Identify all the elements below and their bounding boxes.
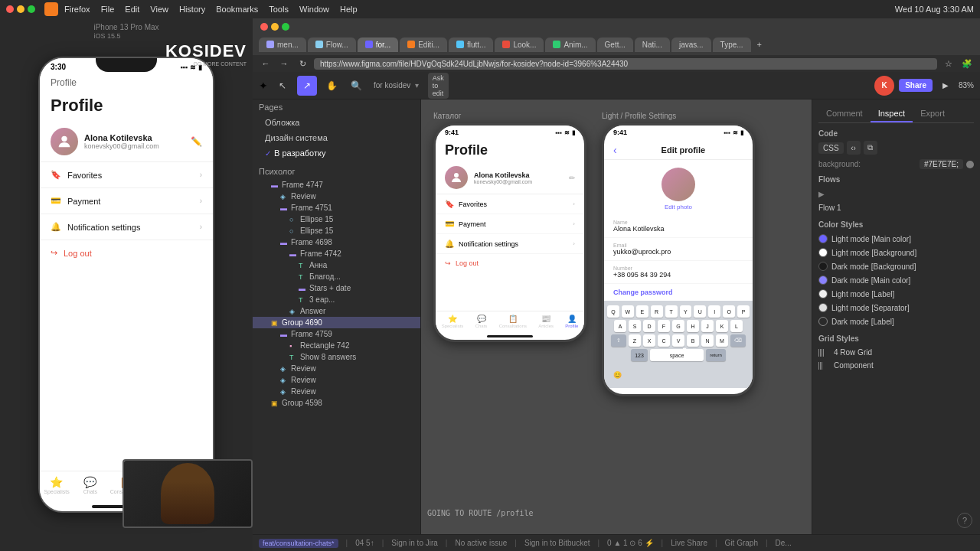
layer-show-8-answers[interactable]: T Show 8 answers bbox=[253, 351, 420, 363]
key-shift[interactable]: ⇧ bbox=[611, 334, 626, 347]
key-g[interactable]: G bbox=[672, 320, 684, 332]
key-123[interactable]: 123 bbox=[631, 349, 648, 361]
key-o[interactable]: O bbox=[723, 305, 735, 318]
key-x[interactable]: X bbox=[643, 334, 655, 347]
layer-group-4690[interactable]: ▣ Group 4690 bbox=[253, 317, 420, 328]
key-b[interactable]: B bbox=[687, 334, 699, 347]
key-h[interactable]: H bbox=[687, 320, 699, 332]
url-bar[interactable]: https://www.figma.com/file/HDVgOqSdk24Ud… bbox=[314, 58, 937, 70]
key-backspace[interactable]: ⌫ bbox=[730, 334, 746, 347]
css-lang-btn[interactable]: CSS bbox=[818, 142, 844, 154]
browser-tab-nati[interactable]: Nati... bbox=[635, 37, 670, 52]
change-password-btn[interactable]: Change password bbox=[604, 284, 753, 301]
code-view-btn[interactable]: ‹› bbox=[847, 141, 861, 155]
figma-canvas[interactable]: Каталог 9:41 ▪▪▪ ≋ ▮ Profile bbox=[421, 99, 812, 534]
ask-to-edit-btn[interactable]: Ask to edit bbox=[428, 76, 448, 96]
layer-answer[interactable]: ◈ Answer bbox=[253, 305, 420, 317]
key-e[interactable]: E bbox=[636, 305, 648, 318]
back-icon[interactable]: ‹ bbox=[613, 144, 617, 156]
layer-blagod[interactable]: T Благод... bbox=[253, 271, 420, 282]
play-button[interactable]: ▶ bbox=[937, 77, 954, 94]
menu-tools[interactable]: Tools bbox=[269, 5, 289, 14]
layer-review-1[interactable]: ◈ Review bbox=[253, 191, 420, 202]
page-oblozhka[interactable]: Обложка bbox=[253, 115, 420, 130]
key-l[interactable]: L bbox=[730, 320, 743, 332]
cursor-tool-btn[interactable]: ↗ bbox=[297, 76, 317, 96]
menu-firefox[interactable]: Firefox bbox=[64, 5, 90, 14]
layer-frame-4742[interactable]: ▬ Frame 4742 bbox=[253, 248, 420, 259]
layer-3ear[interactable]: T 3 еар... bbox=[253, 294, 420, 305]
menu-file[interactable]: File bbox=[101, 5, 115, 14]
page-dizain[interactable]: Дизайн система bbox=[253, 130, 420, 145]
browser-tab-flow[interactable]: Flow... bbox=[308, 37, 356, 52]
user-avatar-btn[interactable]: K bbox=[874, 76, 894, 96]
phone-menu-notifications[interactable]: 🔔 Notification settings › bbox=[40, 214, 213, 240]
phone-nav-specialists[interactable]: ⭐ Specialists bbox=[43, 476, 70, 494]
key-q[interactable]: Q bbox=[607, 305, 619, 318]
status-bitbucket[interactable]: Sign in to Bitbucket bbox=[524, 539, 590, 547]
menu-bookmarks[interactable]: Bookmarks bbox=[216, 5, 258, 14]
menu-edit[interactable]: Edit bbox=[125, 5, 139, 14]
key-u[interactable]: U bbox=[694, 305, 706, 318]
status-live-share[interactable]: Live Share bbox=[671, 539, 707, 547]
help-button[interactable]: ? bbox=[957, 513, 972, 528]
layer-review-4[interactable]: ◈ Review bbox=[253, 386, 420, 397]
status-jira[interactable]: Sign in to Jira bbox=[391, 539, 438, 547]
phone-nav-chats[interactable]: 💬 Chats bbox=[77, 476, 104, 494]
key-y[interactable]: Y bbox=[680, 305, 692, 318]
max-dot[interactable] bbox=[28, 5, 35, 13]
key-n[interactable]: N bbox=[701, 334, 714, 347]
key-i[interactable]: I bbox=[708, 305, 720, 318]
flows-expand-icon[interactable]: ▶ bbox=[818, 190, 825, 198]
edit-photo-label[interactable]: Edit photo bbox=[665, 204, 692, 210]
window-controls[interactable] bbox=[6, 5, 35, 13]
emoji-icon[interactable]: 😊 bbox=[613, 371, 622, 379]
reload-button[interactable]: ↻ bbox=[296, 57, 309, 70]
browser-window-controls[interactable] bbox=[260, 23, 289, 31]
key-k[interactable]: K bbox=[716, 320, 728, 332]
key-c[interactable]: C bbox=[658, 334, 670, 347]
bookmark-button[interactable]: ☆ bbox=[942, 57, 956, 70]
menu-history[interactable]: History bbox=[179, 5, 205, 14]
extensions-button[interactable]: 🧩 bbox=[960, 57, 974, 70]
close-dot[interactable] bbox=[6, 5, 14, 13]
browser-tab-type[interactable]: Type... bbox=[713, 37, 751, 52]
os-menu-bar[interactable]: Firefox File Edit View History Bookmarks… bbox=[64, 5, 358, 14]
browser-tab-javas[interactable]: javas... bbox=[671, 37, 711, 52]
browser-tab-look[interactable]: Look... bbox=[495, 37, 544, 52]
key-v[interactable]: V bbox=[672, 334, 684, 347]
browser-tab-anim[interactable]: Anim... bbox=[545, 37, 595, 52]
layer-group-4598[interactable]: ▣ Group 4598 bbox=[253, 397, 420, 409]
layer-rect-742[interactable]: ▪ Rectangle 742 bbox=[253, 340, 420, 351]
menu-view[interactable]: View bbox=[150, 5, 168, 14]
key-space[interactable]: space bbox=[650, 349, 704, 361]
copy-code-btn[interactable]: ⧉ bbox=[864, 141, 877, 155]
key-p[interactable]: P bbox=[737, 305, 750, 318]
layer-ellipse-15-b[interactable]: ○ Ellipse 15 bbox=[253, 225, 420, 236]
menu-window[interactable]: Window bbox=[299, 5, 329, 14]
browser-min-dot[interactable] bbox=[271, 23, 279, 31]
forward-button[interactable]: → bbox=[277, 57, 291, 70]
tab-comment[interactable]: Comment bbox=[818, 106, 871, 122]
layer-ellipse-15-a[interactable]: ○ Ellipse 15 bbox=[253, 214, 420, 225]
back-button[interactable]: ← bbox=[259, 57, 273, 70]
min-dot[interactable] bbox=[17, 5, 24, 13]
key-j[interactable]: J bbox=[701, 320, 714, 332]
status-git-graph[interactable]: Git Graph bbox=[725, 539, 758, 547]
edit-icon[interactable]: ✏️ bbox=[191, 136, 202, 147]
key-t[interactable]: T bbox=[665, 305, 678, 318]
phone-logout[interactable]: ↪ Log out bbox=[40, 240, 213, 266]
browser-close-dot[interactable] bbox=[260, 23, 268, 31]
key-w[interactable]: W bbox=[622, 305, 634, 318]
key-a[interactable]: A bbox=[614, 320, 626, 332]
key-s[interactable]: S bbox=[629, 320, 641, 332]
dropdown-arrow-icon[interactable]: ▾ bbox=[415, 81, 419, 90]
page-v-razrabotku[interactable]: ✓ В разработку bbox=[253, 145, 420, 161]
layer-anna[interactable]: T Анна bbox=[253, 259, 420, 271]
layer-frame-4759[interactable]: ▬ Frame 4759 bbox=[253, 328, 420, 340]
browser-tab-for[interactable]: for... bbox=[358, 37, 398, 52]
menu-help[interactable]: Help bbox=[340, 5, 358, 14]
tab-inspect[interactable]: Inspect bbox=[871, 106, 913, 122]
browser-tab-men[interactable]: men... bbox=[259, 37, 306, 52]
share-button[interactable]: Share bbox=[899, 79, 933, 92]
